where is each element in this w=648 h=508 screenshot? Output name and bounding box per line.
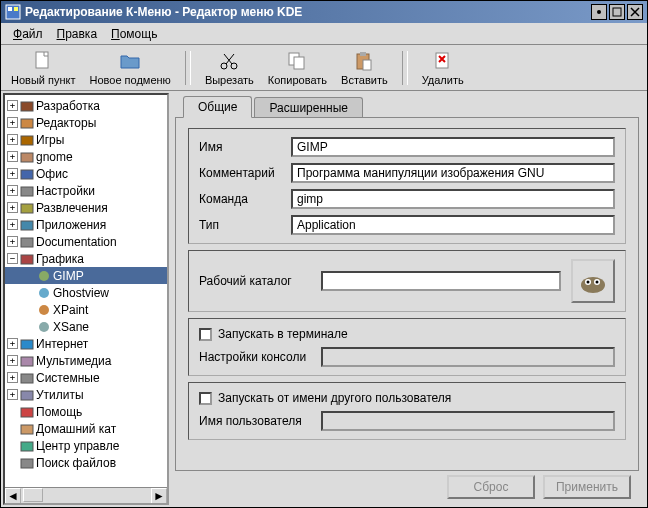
folder-icon: [20, 388, 34, 402]
app-icon-button[interactable]: [571, 259, 615, 303]
cut-button[interactable]: Вырезать: [201, 48, 258, 88]
tree-subitem[interactable]: Ghostview: [5, 284, 167, 301]
svg-point-36: [581, 277, 605, 293]
expander-icon[interactable]: +: [7, 355, 18, 366]
terminal-checkbox[interactable]: [199, 328, 212, 341]
folder-icon: [20, 354, 34, 368]
app-icon: [5, 4, 21, 20]
expander-icon[interactable]: +: [7, 100, 18, 111]
svg-rect-17: [21, 153, 33, 162]
svg-point-24: [39, 271, 49, 281]
apply-button[interactable]: Применить: [543, 475, 631, 499]
svg-rect-29: [21, 357, 33, 366]
user-label: Имя пользователя: [199, 414, 321, 428]
folder-icon: [20, 99, 34, 113]
folder-icon: [20, 439, 34, 453]
comment-input[interactable]: [291, 163, 615, 183]
tree-item[interactable]: +Утилиты: [5, 386, 167, 403]
expander-icon[interactable]: +: [7, 389, 18, 400]
name-input[interactable]: [291, 137, 615, 157]
new-item-button[interactable]: Новый пункт: [7, 48, 80, 88]
tree-item[interactable]: +gnome: [5, 148, 167, 165]
scroll-left-icon[interactable]: ◄: [5, 488, 21, 504]
app-icon: [37, 320, 51, 334]
delete-button[interactable]: Удалить: [418, 48, 468, 88]
command-input[interactable]: [291, 189, 615, 209]
toolbar-separator: [185, 51, 191, 85]
scroll-right-icon[interactable]: ►: [151, 488, 167, 504]
workdir-group: Рабочий каталог: [188, 250, 626, 312]
folder-icon: [20, 422, 34, 436]
maximize-button[interactable]: [609, 4, 625, 20]
svg-point-25: [39, 288, 49, 298]
tab-general[interactable]: Общие: [183, 96, 252, 118]
svg-point-40: [596, 281, 599, 284]
tree-item[interactable]: +Разработка: [5, 97, 167, 114]
svg-rect-30: [21, 374, 33, 383]
folder-icon: [20, 456, 34, 470]
expander-icon[interactable]: −: [7, 253, 18, 264]
console-label: Настройки консоли: [199, 350, 321, 364]
basic-fields-group: Имя Комментарий Команда Тип: [188, 128, 626, 244]
expander-icon[interactable]: +: [7, 236, 18, 247]
tree-item[interactable]: +Мультимедиа: [5, 352, 167, 369]
svg-rect-4: [613, 8, 621, 16]
tree-item[interactable]: +Редакторы: [5, 114, 167, 131]
menu-help[interactable]: Помощь: [105, 25, 163, 43]
tree-item[interactable]: +Системные: [5, 369, 167, 386]
paste-button[interactable]: Вставить: [337, 48, 392, 88]
svg-rect-31: [21, 391, 33, 400]
reset-button[interactable]: Сброс: [447, 475, 535, 499]
svg-rect-33: [21, 425, 33, 434]
tree-subitem[interactable]: GIMP: [5, 267, 167, 284]
tree-subitem[interactable]: XPaint: [5, 301, 167, 318]
expander-icon[interactable]: +: [7, 168, 18, 179]
expander-icon[interactable]: +: [7, 338, 18, 349]
tree-item[interactable]: +Развлечения: [5, 199, 167, 216]
close-button[interactable]: [627, 4, 643, 20]
folder-icon: [20, 167, 34, 181]
new-submenu-button[interactable]: Новое подменю: [86, 48, 175, 88]
expander-icon[interactable]: +: [7, 219, 18, 230]
tab-advanced[interactable]: Расширенные: [254, 97, 363, 119]
tree-item[interactable]: +Приложения: [5, 216, 167, 233]
tree-subitem[interactable]: XSane: [5, 318, 167, 335]
type-input[interactable]: [291, 215, 615, 235]
tree-item[interactable]: +Офис: [5, 165, 167, 182]
menu-edit[interactable]: Правка: [51, 25, 104, 43]
svg-point-3: [597, 10, 601, 14]
menu-file[interactable]: Файл: [7, 25, 49, 43]
svg-point-26: [39, 305, 49, 315]
tree-item[interactable]: +Интернет: [5, 335, 167, 352]
expander-icon[interactable]: +: [7, 134, 18, 145]
tree-hscrollbar[interactable]: ◄ ►: [5, 487, 167, 503]
tree-item[interactable]: Центр управле: [5, 437, 167, 454]
runas-checkbox[interactable]: [199, 392, 212, 405]
tree-item[interactable]: +Настройки: [5, 182, 167, 199]
tree-item[interactable]: Поиск файлов: [5, 454, 167, 471]
minimize-button[interactable]: [591, 4, 607, 20]
svg-rect-16: [21, 136, 33, 145]
tree-item[interactable]: +Игры: [5, 131, 167, 148]
expander-icon[interactable]: +: [7, 202, 18, 213]
svg-rect-12: [363, 60, 371, 70]
toolbar-separator: [402, 51, 408, 85]
name-label: Имя: [199, 140, 291, 154]
folder-icon: [20, 405, 34, 419]
tree-item[interactable]: Помощь: [5, 403, 167, 420]
expander-icon[interactable]: +: [7, 372, 18, 383]
tree-item[interactable]: +Documentation: [5, 233, 167, 250]
expander-icon[interactable]: +: [7, 151, 18, 162]
terminal-label: Запускать в терминале: [218, 327, 348, 341]
tree-item[interactable]: Домашний кат: [5, 420, 167, 437]
expander-icon[interactable]: +: [7, 117, 18, 128]
svg-rect-28: [21, 340, 33, 349]
copy-button[interactable]: Копировать: [264, 48, 331, 88]
console-input: [321, 347, 615, 367]
tree-item[interactable]: −Графика: [5, 250, 167, 267]
workdir-input[interactable]: [321, 271, 561, 291]
svg-rect-32: [21, 408, 33, 417]
expander-icon[interactable]: +: [7, 185, 18, 196]
menu-tree[interactable]: +Разработка+Редакторы+Игры+gnome+Офис+На…: [3, 93, 169, 505]
paste-icon: [353, 50, 375, 72]
